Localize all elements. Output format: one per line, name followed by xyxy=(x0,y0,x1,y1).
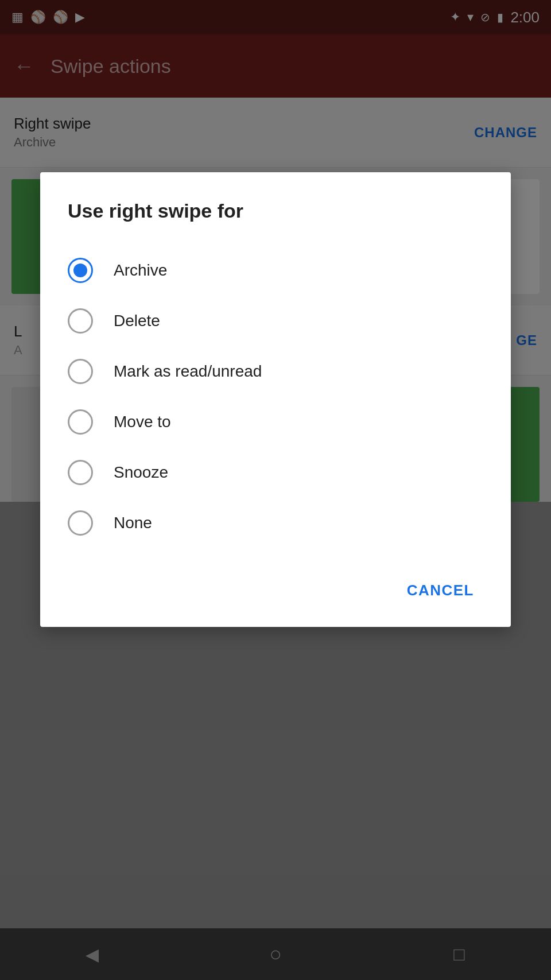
dialog-title: Use right swipe for xyxy=(68,200,483,222)
radio-option-archive[interactable]: Archive xyxy=(68,245,483,296)
radio-option-delete[interactable]: Delete xyxy=(68,296,483,346)
radio-option-snooze[interactable]: Snooze xyxy=(68,447,483,498)
radio-delete-circle xyxy=(68,308,93,334)
radio-mark-read-label: Mark as read/unread xyxy=(114,362,262,381)
radio-move-to-circle xyxy=(68,409,93,435)
radio-option-move-to[interactable]: Move to xyxy=(68,397,483,447)
radio-snooze-circle xyxy=(68,460,93,485)
swipe-options-dialog: Use right swipe for Archive Delete Mark … xyxy=(40,172,511,627)
dialog-overlay: Use right swipe for Archive Delete Mark … xyxy=(0,0,551,980)
radio-delete-label: Delete xyxy=(114,312,160,330)
radio-option-mark-read[interactable]: Mark as read/unread xyxy=(68,346,483,397)
radio-archive-circle xyxy=(68,258,93,283)
radio-archive-inner xyxy=(73,264,87,277)
dialog-actions: CANCEL xyxy=(68,565,483,606)
radio-mark-read-circle xyxy=(68,359,93,384)
radio-archive-label: Archive xyxy=(114,261,167,280)
radio-none-circle xyxy=(68,510,93,536)
radio-option-none[interactable]: None xyxy=(68,498,483,548)
radio-none-label: None xyxy=(114,514,152,532)
cancel-button[interactable]: CANCEL xyxy=(398,575,483,606)
radio-move-to-label: Move to xyxy=(114,413,171,431)
radio-snooze-label: Snooze xyxy=(114,463,168,482)
